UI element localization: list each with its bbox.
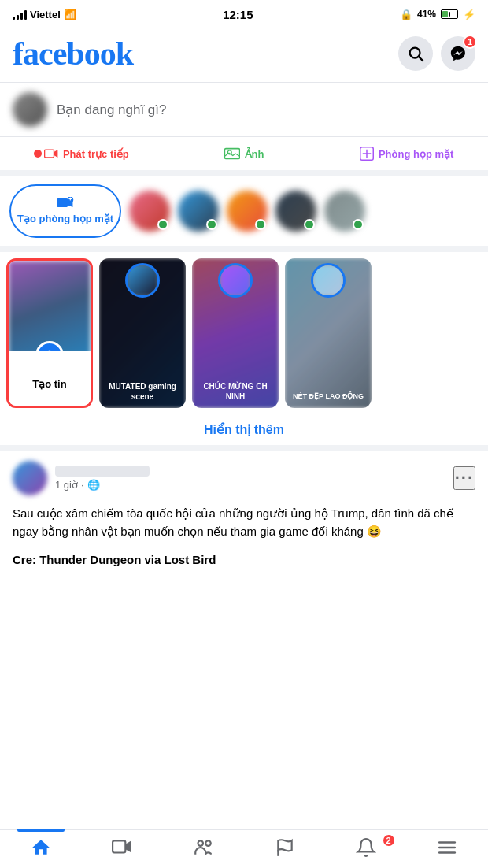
create-room-button[interactable]: Tạo phòng họp mặt — [9, 184, 121, 238]
post-privacy-icon: 🌐 — [87, 479, 100, 491]
post-time: 1 giờ — [55, 479, 78, 491]
facebook-logo: facebook — [13, 35, 133, 72]
svg-rect-2 — [44, 150, 54, 158]
post-input-placeholder[interactable]: Bạn đang nghĩ gì? — [57, 102, 167, 118]
post-options-button[interactable]: ··· — [453, 466, 475, 490]
user-avatar — [13, 92, 47, 127]
room-avatar-1 — [129, 191, 170, 232]
lightning-icon: ⚡ — [463, 9, 475, 20]
room-icon — [360, 147, 374, 161]
action-row: Phát trực tiếp Ảnh Phòng họp mặt — [0, 136, 488, 170]
room-avatar-4 — [275, 191, 316, 232]
create-room-icon-line — [57, 197, 74, 211]
photo-label: Ảnh — [245, 148, 264, 160]
search-icon — [407, 45, 424, 62]
room-avatar-3 — [227, 191, 268, 232]
carrier-label: Viettel — [30, 9, 61, 20]
section-divider-1 — [0, 170, 488, 176]
room-button[interactable]: Phòng họp mặt — [325, 140, 488, 167]
post-user-info: 1 giờ · 🌐 — [55, 466, 150, 491]
create-story-card[interactable]: + Tạo tin — [6, 258, 93, 408]
svg-marker-3 — [54, 150, 57, 158]
status-right: 🔒 41% ⚡ — [400, 9, 475, 20]
section-divider-3 — [0, 445, 488, 451]
post-input-row: Bạn đang nghĩ gì? — [0, 83, 488, 136]
lock-icon: 🔒 — [400, 9, 412, 20]
camera-icon — [44, 148, 58, 159]
post-credit: Cre: Thunder Dungeon via Lost Bird — [0, 550, 488, 576]
messenger-badge: 1 — [463, 35, 477, 49]
post-card: 1 giờ · 🌐 ··· Sau cuộc xâm chiếm tòa quố… — [0, 451, 488, 576]
time-display: 12:15 — [223, 8, 253, 21]
status-left: Viettel 📶 — [13, 9, 76, 20]
online-indicator-3 — [255, 219, 266, 230]
photo-button[interactable]: Ảnh — [163, 141, 326, 166]
create-story-label: Tạo tin — [9, 351, 91, 406]
story-card-3[interactable]: CHÚC MỪNG CH NINH — [192, 258, 279, 408]
section-divider-2 — [0, 246, 488, 252]
photo-icon — [224, 147, 240, 160]
post-dot: · — [81, 479, 84, 491]
room-avatar-5 — [324, 191, 365, 232]
svg-line-1 — [419, 57, 423, 61]
live-dot — [34, 150, 42, 158]
online-indicator-2 — [206, 219, 217, 230]
status-bar: Viettel 📶 12:15 🔒 41% ⚡ — [0, 0, 488, 28]
room-label: Phòng họp mặt — [379, 148, 453, 160]
svg-rect-9 — [57, 198, 68, 207]
live-icon-wrapper — [34, 148, 58, 159]
story-card-2[interactable]: MUTATED gaming scene — [99, 258, 186, 408]
show-more-button[interactable]: Hiển thị thêm — [0, 414, 488, 445]
video-plus-icon — [57, 197, 74, 211]
app-header: facebook 1 — [0, 28, 488, 82]
live-label: Phát trực tiếp — [63, 148, 129, 160]
stories-row: + Tạo tin MUTATED gaming scene — [0, 252, 488, 414]
live-button[interactable]: Phát trực tiếp — [0, 142, 163, 166]
story-card-4[interactable]: NÉT ĐẸP LAO ĐỘNG — [285, 258, 372, 408]
search-button[interactable] — [398, 36, 433, 71]
battery-percent: 41% — [417, 9, 436, 20]
online-indicator-1 — [157, 219, 168, 230]
post-user: 1 giờ · 🌐 — [13, 461, 150, 495]
rooms-row: Tạo phòng họp mặt — [0, 176, 488, 246]
room-avatar-2 — [178, 191, 219, 232]
online-indicator-4 — [304, 219, 315, 230]
battery-icon — [441, 9, 458, 19]
post-meta: 1 giờ · 🌐 — [55, 479, 150, 491]
wifi-icon: 📶 — [64, 9, 76, 20]
online-indicator-5 — [353, 219, 364, 230]
create-room-label: Tạo phòng họp mặt — [17, 213, 113, 225]
messenger-icon — [449, 45, 467, 62]
post-username — [55, 466, 150, 477]
post-avatar — [13, 461, 47, 495]
stories-section: + Tạo tin MUTATED gaming scene — [0, 252, 488, 445]
post-header: 1 giờ · 🌐 ··· — [0, 451, 488, 500]
signal-bars — [13, 9, 27, 20]
svg-rect-4 — [224, 149, 239, 159]
messenger-button[interactable]: 1 — [441, 36, 475, 71]
post-text: Sau cuộc xâm chiếm tòa quốc hội của nhữn… — [0, 500, 488, 550]
svg-rect-13 — [70, 198, 71, 201]
header-icons: 1 — [398, 36, 475, 71]
